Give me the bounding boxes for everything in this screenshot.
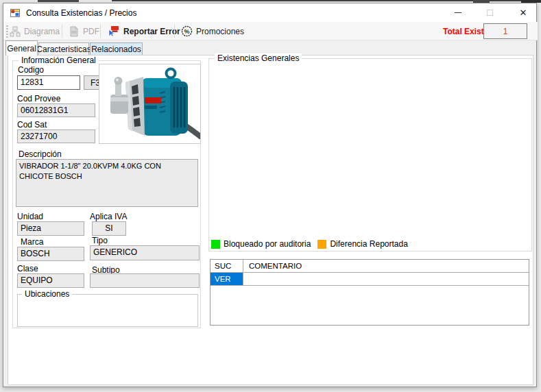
product-image [99,64,201,144]
clase-label: Clase [17,264,38,273]
tab-general-label: General [7,44,36,53]
app-icon [10,8,21,19]
legend-label: Diferencia Reportada [330,239,407,249]
comentarios-row-ver: VER [211,273,529,286]
cod-provee-label: Cod Provee [17,94,60,103]
tipo-label: Tipo [92,236,108,245]
pdf-label: PDF [83,27,99,36]
error-stamp-icon [108,25,120,37]
descripcion-label: Descripción [19,149,62,159]
maximize-icon [487,10,493,16]
diagram-icon [10,26,21,37]
svg-text:%: % [184,28,189,35]
marca-field: BOSCH [17,247,84,261]
existencias-group: Existencias Generales [208,58,532,252]
ubicaciones-group: Ubicaciones [17,294,198,327]
window-title: Consulta Existencias / Precios [26,8,136,18]
col-header-comentario[interactable]: COMENTARIO [243,260,529,272]
title-bar[interactable]: Consulta Existencias / Precios ✕ [3,3,536,22]
diagrama-button[interactable]: Diagrama [8,22,62,40]
reportar-error-label: Reportar Error [123,27,180,36]
descripcion-field: VIBRADOR 1-1/8" 20.0KVPM 4.0KG CON CHICO… [16,159,198,207]
unidad-label: Unidad [17,212,43,221]
close-icon: ✕ [520,8,527,18]
existencias-legend: Bloqueado por auditoriaDiferencia Report… [211,239,408,249]
toolbar: Diagrama PDF Reportar Error [3,22,538,40]
tab-strip: General Caracteristicas Relacionados [3,40,538,55]
background-window-edge [38,0,79,2]
toolbar-separator [62,25,62,38]
marca-label: Marca [21,237,43,247]
aplica-iva-label: Aplica IVA [90,212,127,221]
existencias-title: Existencias Generales [215,53,302,63]
pdf-document-icon [69,26,80,37]
cod-provee-field: 06012831G1 [17,103,95,117]
app-window: Consulta Existencias / Precios ✕ [3,3,537,387]
diagrama-label: Diagrama [24,27,60,36]
tab-caracteristicas[interactable]: Caracteristicas [38,42,89,55]
legend-swatch [317,240,326,249]
codigo-label: Codigo [18,65,44,75]
legend-swatch [211,240,220,249]
reportar-error-button[interactable]: Reportar Error [106,22,182,40]
codigo-input[interactable]: 12831 [17,75,80,90]
minimize-icon [455,12,461,13]
comentarios-header-row: SUC COMENTARIO [211,260,529,273]
ubicaciones-title: Ubicaciones [22,289,72,299]
comentario-cell[interactable] [243,273,529,285]
tab-general[interactable]: General [5,40,38,56]
col-header-suc[interactable]: SUC [211,260,243,272]
clase-field: EQUIPO [17,273,84,288]
total-exist-value-box: 1 [483,23,527,39]
tab-relacionados-label: Relacionados [91,45,141,54]
toolbar-separator [174,25,175,38]
comentarios-grid: SUC COMENTARIO VER [210,259,529,326]
total-exist-value: 1 [503,27,508,36]
promociones-button[interactable]: % Promociones [179,22,246,40]
suc-cell[interactable]: VER [211,273,243,285]
percent-badge-icon: % [181,25,193,37]
tab-caracteristicas-label: Caracteristicas [36,45,91,54]
promociones-label: Promociones [196,27,244,36]
total-exist-label: Total Exist [443,27,484,36]
screen-background: Consulta Existencias / Precios ✕ [0,0,541,392]
legend-label: Bloqueado por auditoria [224,239,311,249]
tab-relacionados[interactable]: Relacionados [90,42,143,55]
tipo-field: GENERICO [90,245,200,260]
legend-item: Diferencia Reportada [317,239,407,249]
pdf-button[interactable]: PDF [67,22,101,40]
toolbar-separator [100,25,101,38]
close-button[interactable]: ✕ [512,3,535,21]
aplica-iva-field: SI [92,221,126,236]
cod-sat-label: Cod Sat [17,120,47,130]
cod-sat-field: 23271700 [17,130,95,143]
subtipo-field [90,273,200,288]
informacion-general-title: Información General [19,56,99,65]
minimize-button[interactable] [448,3,468,21]
maximize-button[interactable] [479,3,500,21]
legend-item: Bloqueado por auditoria [211,239,311,249]
unidad-field: Pieza [17,221,84,236]
